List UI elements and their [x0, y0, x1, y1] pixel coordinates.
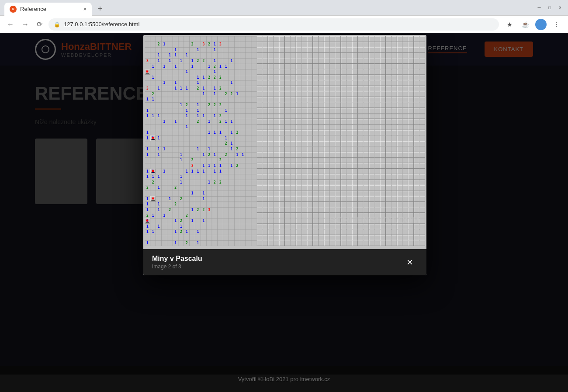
minesweeper-game [143, 35, 426, 249]
lightbox-caption: Miny v Pascalu Image 2 of 3 × [143, 249, 426, 275]
reload-button[interactable]: ⟳ [35, 18, 44, 30]
title-bar: R Reference × + ─ □ × [0, 0, 568, 15]
minimize-button[interactable]: ─ [536, 4, 543, 11]
browser-chrome: R Reference × + ─ □ × ← → ⟳ 🔒 127.0.0.1:… [0, 0, 568, 33]
lightbox-close-button[interactable]: × [402, 254, 418, 270]
extension-button[interactable]: ☕ [519, 18, 531, 31]
forward-button[interactable]: → [20, 19, 31, 30]
tab-close-button[interactable]: × [83, 6, 87, 12]
lightbox: Miny v Pascalu Image 2 of 3 × [143, 35, 426, 275]
bookmark-button[interactable]: ★ [503, 18, 516, 31]
menu-button[interactable]: ⋮ [551, 18, 563, 31]
address-bar: ← → ⟳ 🔒 127.0.0.1:5500/reference.html ★ … [0, 15, 568, 33]
tab-favicon: R [10, 6, 17, 13]
url-input[interactable]: 🔒 127.0.0.1:5500/reference.html [48, 18, 499, 31]
tab-title: Reference [20, 6, 46, 12]
footer-text: Vytvořil ©HoBi 2021 pro itnetwork.cz [238, 376, 330, 382]
website: HonzaBITTNER WEBDEVELOPER DOMŮ O MNĚ DOV… [0, 33, 568, 375]
window-controls: ─ □ × [536, 4, 564, 11]
user-avatar [535, 19, 547, 30]
caption-info: Miny v Pascalu Image 2 of 3 [152, 255, 202, 270]
lightbox-subtitle: Image 2 of 3 [152, 264, 202, 270]
close-window-button[interactable]: × [557, 4, 564, 11]
url-text: 127.0.0.1:5500/reference.html [64, 21, 139, 28]
browser-tab[interactable]: R Reference × [4, 3, 92, 16]
lightbox-title: Miny v Pascalu [152, 255, 202, 263]
browser-actions: ★ ☕ ⋮ [503, 18, 563, 31]
maximize-button[interactable]: □ [546, 4, 553, 11]
minesweeper-canvas [145, 36, 425, 246]
back-button[interactable]: ← [5, 19, 16, 30]
lightbox-image [143, 35, 426, 249]
lock-icon: 🔒 [54, 21, 60, 28]
new-tab-button[interactable]: + [94, 3, 107, 16]
profile-button[interactable] [535, 18, 547, 31]
